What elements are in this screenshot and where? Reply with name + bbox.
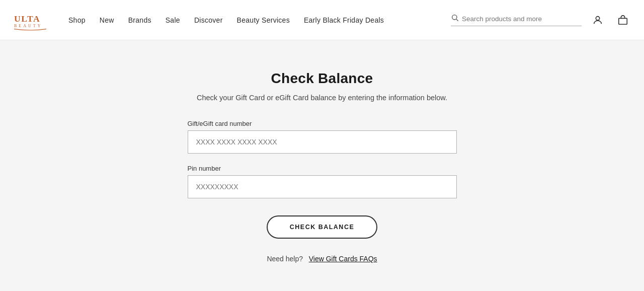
nav-new[interactable]: New	[100, 16, 114, 24]
nav-sale[interactable]: Sale	[166, 16, 180, 24]
svg-point-2	[452, 15, 457, 20]
balance-form: Gift/eGift card number Pin number CHECK …	[188, 120, 457, 263]
svg-point-4	[596, 16, 599, 20]
card-number-group: Gift/eGift card number	[188, 120, 457, 154]
cart-icon	[617, 15, 628, 26]
pin-input[interactable]	[188, 175, 457, 198]
faq-link[interactable]: View Gift Cards FAQs	[309, 255, 377, 263]
svg-rect-5	[619, 18, 627, 24]
svg-text:BEAUTY: BEAUTY	[14, 24, 42, 28]
cart-button[interactable]	[614, 11, 632, 29]
nav-brands[interactable]: Brands	[128, 16, 151, 24]
card-number-label: Gift/eGift card number	[188, 120, 457, 127]
main-content: Check Balance Check your Gift Card or eG…	[0, 40, 644, 291]
check-balance-button[interactable]: CHECK BALANCE	[267, 215, 378, 239]
help-text: Need help?	[267, 255, 303, 263]
search-icon	[451, 14, 459, 24]
nav-discover[interactable]: Discover	[194, 16, 223, 24]
search-container	[451, 14, 582, 26]
page-title: Check Balance	[271, 70, 373, 87]
site-header: ULTA BEAUTY Shop New Brands Sale Discove…	[0, 0, 644, 40]
help-row: Need help? View Gift Cards FAQs	[188, 255, 457, 263]
main-nav: Shop New Brands Sale Discover Beauty Ser…	[68, 16, 451, 24]
page-subtitle: Check your Gift Card or eGift Card balan…	[197, 94, 447, 102]
svg-line-3	[456, 19, 458, 21]
card-number-input[interactable]	[188, 130, 457, 154]
search-input[interactable]	[462, 15, 582, 23]
pin-group: Pin number	[188, 165, 457, 198]
nav-shop[interactable]: Shop	[68, 16, 86, 24]
pin-label: Pin number	[188, 165, 457, 172]
account-icon	[592, 15, 603, 26]
svg-text:ULTA: ULTA	[14, 14, 40, 24]
nav-early-black-friday[interactable]: Early Black Friday Deals	[304, 16, 384, 24]
account-button[interactable]	[589, 11, 607, 29]
logo[interactable]: ULTA BEAUTY	[12, 7, 48, 33]
header-right	[451, 11, 632, 29]
nav-beauty-services[interactable]: Beauty Services	[237, 16, 290, 24]
